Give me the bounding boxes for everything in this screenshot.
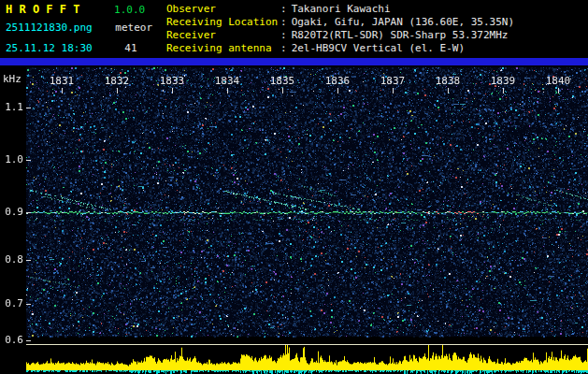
station-info-table: Observer:Takanori Kawachi Receiving Loca… — [166, 3, 514, 55]
info-colon: : — [280, 29, 287, 41]
datetime-label: 25.11.12 18:30 — [6, 42, 93, 54]
info-value: Takanori Kawachi — [292, 3, 391, 15]
filename-label: 2511121830.png — [6, 22, 93, 34]
info-row-antenna: Receiving antenna:2el-HB9CV Vertical (el… — [166, 42, 514, 55]
info-row-location: Receiving Location:Ogaki, Gifu, JAPAN (1… — [166, 16, 514, 29]
echo-count: 41 — [124, 42, 136, 54]
hrofft-window: H R O F F T 1.0.0 2511121830.png meteor … — [0, 0, 588, 374]
info-row-observer: Observer:Takanori Kawachi — [166, 3, 514, 16]
info-value: 2el-HB9CV Vertical (el. E-W) — [292, 42, 465, 54]
spectrogram-canvas — [0, 65, 588, 374]
info-label: Receiving Location — [166, 16, 280, 29]
app-version: 1.0.0 — [114, 4, 145, 16]
info-label: Receiver — [166, 29, 280, 42]
separator-bar — [0, 58, 588, 65]
info-colon: : — [280, 3, 287, 15]
app-title: H R O F F T — [6, 3, 79, 16]
time-row: 25.11.12 18:30 41 — [6, 42, 137, 55]
info-colon: : — [280, 16, 287, 28]
mode-label: meteor — [115, 22, 152, 34]
info-value: R820T2(RTL-SDR) SDR-Sharp 53.372MHz — [292, 29, 509, 41]
title-row: H R O F F T 1.0.0 — [6, 3, 145, 17]
info-value: Ogaki, Gifu, JAPAN (136.60E, 35.35N) — [292, 16, 514, 28]
info-label: Receiving antenna — [166, 42, 280, 55]
file-row: 2511121830.png meteor — [6, 22, 152, 35]
info-label: Observer — [166, 3, 280, 16]
info-row-receiver: Receiver:R820T2(RTL-SDR) SDR-Sharp 53.37… — [166, 29, 514, 42]
info-colon: : — [280, 42, 287, 54]
